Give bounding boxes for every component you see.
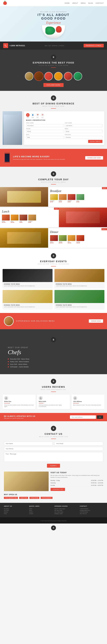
event-info-1: Evening Taste Menu Lorem nulla facilisi … bbox=[2, 282, 53, 288]
visit-hour-day-1: Monday - Friday bbox=[51, 480, 60, 481]
dining-subtitle: BOOK YOUR TABLE NOW bbox=[3, 106, 104, 107]
contact-form: SUBMIT bbox=[0, 442, 107, 468]
chef-circle-image bbox=[4, 317, 13, 326]
firstname-input[interactable] bbox=[26, 124, 64, 127]
footer-grid: About Us Our Story Our Team Careers Pres… bbox=[4, 506, 103, 515]
dinner-banner: BEST Dinner Steak $24.99 Salmon $19.99 bbox=[0, 228, 107, 248]
food-circle-3[interactable] bbox=[44, 72, 53, 80]
footer: About Us Our Story Our Team Careers Pres… bbox=[0, 503, 107, 517]
footer-col-3: Opening Hours Mon-Fri: 10am-11pm Sat: 9a… bbox=[54, 506, 78, 515]
food-circle-6[interactable] bbox=[74, 72, 82, 80]
email-input[interactable] bbox=[65, 130, 103, 133]
dining-title: BEST OF DINING EXPERIENCE bbox=[3, 102, 104, 105]
contact-phone-field bbox=[4, 447, 103, 451]
dining-image-inner bbox=[2, 111, 22, 145]
nav-contact[interactable]: Contact bbox=[96, 2, 104, 4]
app-text: Life's become more easier! Download our … bbox=[13, 155, 83, 160]
menu-item: Steak $24.99 bbox=[50, 235, 58, 244]
seats-icon-label: Seats bbox=[31, 117, 34, 118]
lunch-category: HOT Lunch Burger $11.99 Pasta $10.99 bbox=[0, 208, 107, 227]
lastname-input[interactable] bbox=[65, 124, 103, 127]
lunch-item-image-2 bbox=[11, 214, 18, 220]
events-subtitle: JOIN US FOR SPECIAL OCCASIONS bbox=[3, 263, 104, 265]
visit-hours: Monday - Friday 10:00 AM - 11:00 PM Satu… bbox=[51, 480, 103, 486]
dining-content: ⊞ Table 👤 Seats 📅 Date ⏰ Time MAKE A RES… bbox=[0, 111, 107, 145]
chef-name-4: Grill Master - Carlos Mendez bbox=[10, 366, 29, 368]
nav-blog[interactable]: Blog bbox=[88, 2, 93, 4]
food-circle-4[interactable] bbox=[54, 72, 63, 80]
email-label: Email bbox=[65, 128, 103, 129]
nav-menu[interactable]: Menu bbox=[81, 2, 86, 4]
menu-header: II COMPLETE YOUR DAY ENJOY OUR SPECIAL M… bbox=[0, 167, 107, 187]
contact-email-input[interactable] bbox=[54, 442, 103, 446]
footer-link-1-4[interactable]: Press bbox=[4, 513, 27, 514]
event-card-2: Evening Taste Menu Lorem nulla facilisi … bbox=[54, 269, 105, 288]
footer-link-1-1[interactable]: Our Story bbox=[4, 508, 27, 509]
chefs-banner-section: EXPERIENCE OUR DELICIOUS MENU ORDER NOW bbox=[0, 313, 107, 329]
food-circle-2[interactable] bbox=[34, 72, 43, 81]
dinner-item-price-4: $16.99 bbox=[76, 242, 84, 244]
phone-bar: +1800 98764321 Mon - Sun : 10:00 Am - 11… bbox=[0, 42, 107, 50]
chefs-header: II bbox=[4, 332, 103, 346]
visit-hour-day-2: Saturday bbox=[51, 482, 56, 484]
chefs-title: Chefs bbox=[8, 349, 99, 356]
menu-item-image-2 bbox=[59, 194, 67, 200]
download-button[interactable]: DOWNLOAD NOW bbox=[85, 156, 103, 160]
footer-link-1-2[interactable]: Our Team bbox=[4, 510, 27, 511]
chef-banner-circle bbox=[4, 316, 14, 326]
menu-item-image-4 bbox=[76, 194, 84, 200]
chef-dot-1 bbox=[8, 358, 9, 360]
contact-name-input[interactable] bbox=[4, 442, 53, 446]
form-row-2: Phone Email bbox=[26, 128, 103, 133]
contact-message-textarea[interactable] bbox=[4, 452, 103, 462]
date-icon: 📅 bbox=[36, 113, 39, 117]
visit-section: Visit Us Today We are open every day of … bbox=[0, 472, 107, 503]
order-now-button[interactable]: ORDER NOW bbox=[89, 319, 103, 323]
contact-phone-input[interactable] bbox=[4, 447, 103, 451]
footer-link-1-3[interactable]: Careers bbox=[4, 512, 27, 512]
newsletter-submit-button[interactable]: GO bbox=[97, 416, 103, 419]
lunch-name: Lunch bbox=[2, 210, 57, 213]
reserve-button[interactable]: RESERVE A TABLE bbox=[84, 44, 104, 48]
event-card-3: Evening Taste Menu Lorem nulla facilisi … bbox=[2, 290, 53, 309]
menu-subtitle: ENJOY OUR SPECIAL MENU bbox=[3, 182, 104, 183]
nav-home[interactable]: Home bbox=[65, 2, 70, 4]
bottom-circle-icon: II bbox=[51, 526, 56, 530]
footer-contact-2: info@goodfood.com bbox=[80, 510, 103, 511]
footer-link-2-1[interactable]: Home bbox=[29, 508, 53, 509]
lunch-item-price-1: $11.99 bbox=[2, 222, 10, 223]
visit-description: We are open every day of the week. Come … bbox=[51, 474, 103, 478]
footer-link-2-4[interactable]: Contact bbox=[29, 513, 53, 514]
reviews-subtitle: WHAT OUR CUSTOMERS SAY bbox=[3, 389, 104, 390]
food-circle-img-4 bbox=[54, 72, 62, 80]
menu-section: II COMPLETE YOUR DAY ENJOY OUR SPECIAL M… bbox=[0, 167, 107, 248]
nav-links: Home About Menu Blog Contact bbox=[65, 2, 104, 4]
menu-item: Pasta $10.99 bbox=[11, 214, 18, 223]
dining-divider bbox=[51, 108, 56, 108]
event-desc-3: Lorem nulla facilisi morbi tempus iaculi… bbox=[4, 306, 51, 308]
review-text-3: Best restaurant in town. The chef is abs… bbox=[73, 404, 103, 406]
nav-about[interactable]: About bbox=[72, 2, 78, 4]
date-label: Date bbox=[26, 134, 64, 135]
lunch-items: Burger $11.99 Pasta $10.99 Salad $8.99 bbox=[2, 214, 57, 223]
menu-item-image-3 bbox=[68, 194, 76, 200]
newsletter-email-input[interactable] bbox=[70, 416, 96, 419]
book-table-button[interactable]: BOOK TABLE bbox=[88, 140, 103, 143]
explore-button[interactable]: EXPLORE MORE bbox=[43, 83, 64, 87]
date-input[interactable] bbox=[26, 136, 64, 139]
food-circle-1[interactable] bbox=[25, 72, 33, 80]
contact-submit-button[interactable]: SUBMIT bbox=[47, 464, 60, 468]
footer-link-2-2[interactable]: Menu bbox=[29, 510, 53, 511]
lastname-field: Last Name bbox=[65, 122, 103, 127]
tomato-icon bbox=[3, 1, 7, 5]
food-circle-5[interactable] bbox=[64, 72, 72, 80]
phone-field: Phone bbox=[26, 128, 64, 133]
phone-input[interactable] bbox=[26, 130, 64, 133]
persons-input[interactable] bbox=[65, 136, 103, 139]
dinner-name: Dinner bbox=[50, 230, 105, 234]
dinner-item-price-1: $24.99 bbox=[50, 242, 58, 244]
event-title-3: Evening Taste Menu bbox=[4, 304, 51, 306]
visit-contact-button[interactable]: CONTACT US bbox=[51, 488, 65, 491]
footer-link-2-3[interactable]: Events bbox=[29, 512, 53, 512]
reviews-divider bbox=[51, 392, 56, 392]
